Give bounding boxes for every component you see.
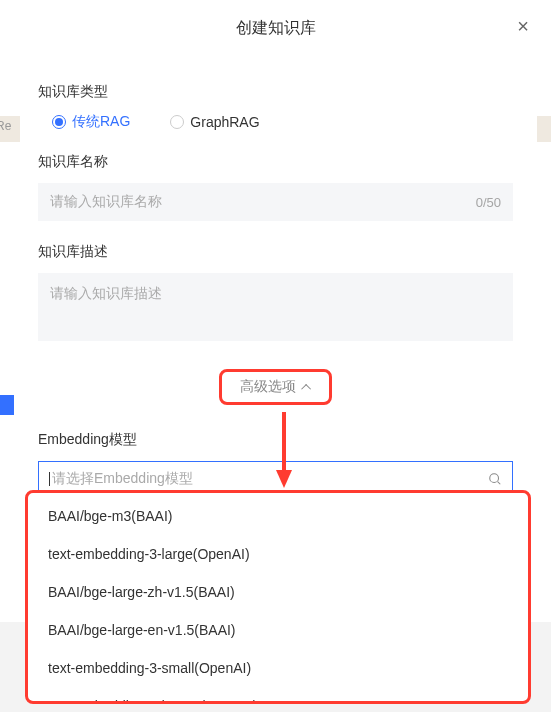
modal-header: 创建知识库 × [0, 0, 551, 47]
kb-type-radio-group: 传统RAG GraphRAG [52, 113, 513, 131]
kb-desc-label: 知识库描述 [38, 243, 513, 261]
embedding-option[interactable]: BAAI/bge-large-zh-v1.5(BAAI) [28, 573, 528, 611]
select-placeholder: 请选择Embedding模型 [52, 470, 193, 486]
textarea-placeholder: 请输入知识库描述 [50, 285, 162, 301]
char-counter: 0/50 [476, 195, 501, 210]
radio-label: GraphRAG [190, 114, 259, 130]
embedding-option[interactable]: text-embedding-ada-002(OpenAI) [28, 687, 528, 704]
modal-title: 创建知识库 [236, 19, 316, 36]
embedding-option[interactable]: BAAI/bge-m3(BAAI) [28, 497, 528, 535]
kb-name-label: 知识库名称 [38, 153, 513, 171]
embedding-label: Embedding模型 [38, 431, 513, 449]
embedding-dropdown: BAAI/bge-m3(BAAI) text-embedding-3-large… [25, 490, 531, 704]
svg-point-0 [490, 474, 499, 483]
advanced-options-label: 高级选项 [240, 378, 296, 394]
radio-label: 传统RAG [72, 113, 130, 131]
kb-name-input[interactable]: 请输入知识库名称 0/50 [38, 183, 513, 221]
close-button[interactable]: × [517, 16, 529, 36]
search-icon [488, 472, 502, 486]
radio-traditional-rag[interactable]: 传统RAG [52, 113, 130, 131]
select-content: 请选择Embedding模型 [49, 470, 193, 488]
chevron-up-icon [301, 384, 311, 394]
radio-icon [170, 115, 184, 129]
radio-graphrag[interactable]: GraphRAG [170, 113, 259, 131]
advanced-options-toggle[interactable]: 高级选项 [219, 369, 332, 405]
input-placeholder: 请输入知识库名称 [50, 193, 162, 211]
kb-desc-textarea[interactable]: 请输入知识库描述 [38, 273, 513, 341]
embedding-option[interactable]: BAAI/bge-large-en-v1.5(BAAI) [28, 611, 528, 649]
embedding-option[interactable]: text-embedding-3-small(OpenAI) [28, 649, 528, 687]
text-cursor [49, 472, 50, 486]
embedding-option[interactable]: text-embedding-3-large(OpenAI) [28, 535, 528, 573]
radio-icon [52, 115, 66, 129]
kb-type-label: 知识库类型 [38, 83, 513, 101]
svg-line-1 [498, 482, 501, 485]
